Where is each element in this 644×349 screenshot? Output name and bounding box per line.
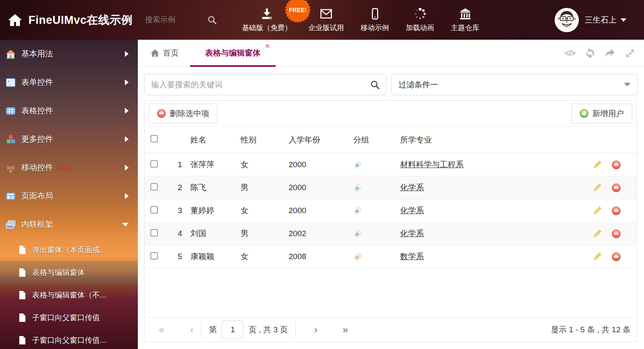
row-checkbox[interactable] — [150, 183, 158, 191]
filter-dropdown[interactable]: 过滤条件一 — [391, 74, 638, 95]
sidebar-subitem-grid-edit-window-2[interactable]: 表格与编辑窗体（不... — [0, 284, 138, 306]
row-number: 2 — [161, 183, 182, 192]
page-number-input[interactable] — [222, 321, 243, 339]
table-row: 2 陈飞 男 2000 化学系 — [145, 176, 636, 199]
source-code-icon[interactable]: </> — [564, 48, 576, 59]
sidebar-subitem-grid-edit-window[interactable]: 表格与编辑窗体 — [0, 261, 138, 284]
next-page-button[interactable]: › — [314, 325, 317, 335]
row-checkbox[interactable] — [150, 160, 158, 168]
home-icon — [150, 48, 160, 58]
file-icon — [18, 268, 26, 277]
nav-enterprise-trial[interactable]: 企业版试用 — [309, 8, 344, 33]
edit-icon[interactable] — [592, 183, 602, 193]
delete-icon[interactable] — [612, 183, 621, 192]
home-icon[interactable] — [8, 13, 23, 28]
row-checkbox[interactable] — [150, 252, 158, 260]
avatar[interactable] — [555, 8, 579, 32]
app-title: FineUIMvc在线示例 — [28, 13, 133, 28]
last-page-button[interactable]: » — [342, 325, 348, 335]
delete-icon[interactable] — [612, 160, 621, 169]
header-search-icon[interactable] — [207, 15, 217, 25]
sidebar-subitem-popup-window[interactable]: 弹出窗体（本页面或... — [0, 239, 138, 261]
cell-gender: 男 — [241, 182, 289, 193]
cell-year: 2008 — [289, 252, 353, 261]
sidebar-item-basic-usage[interactable]: 基本用法 — [0, 40, 138, 68]
tag-icon — [353, 229, 362, 238]
major-link[interactable]: 材料科学与工程系 — [400, 160, 464, 169]
nav-mobile-demo[interactable]: 移动示例 — [361, 8, 389, 33]
sidebar-item-more-controls[interactable]: 更多控件 — [0, 125, 138, 153]
mobile-icon — [369, 8, 381, 20]
nav-basic-edition[interactable]: 基础版（免费） — [242, 8, 292, 33]
delete-selected-button[interactable]: 删除选中项 — [149, 104, 218, 124]
row-checkbox[interactable] — [150, 229, 158, 237]
sidebar-item-mobile-controls[interactable]: 移动控件 Corp. — [0, 153, 138, 182]
sidebar-subitem-child-to-parent[interactable]: 子窗口向父窗口传值 — [0, 306, 138, 329]
refresh-icon[interactable] — [584, 48, 596, 59]
major-link[interactable]: 化学系 — [400, 183, 424, 192]
expand-icon[interactable] — [624, 48, 636, 59]
prev-page-button[interactable]: ‹ — [190, 325, 193, 335]
keyword-search-input[interactable] — [145, 80, 370, 89]
cell-name: 刘国 — [182, 228, 241, 239]
delete-icon[interactable] — [612, 252, 621, 261]
cell-year: 2000 — [289, 206, 353, 215]
nav-theme-repo[interactable]: 主题仓库 — [451, 8, 479, 33]
add-user-button[interactable]: 新增用户 — [571, 104, 632, 124]
search-icon[interactable] — [370, 80, 380, 90]
major-link[interactable]: 化学系 — [400, 229, 424, 238]
layout-icon — [5, 191, 16, 201]
header-nav: 基础版（免费） 企业版试用 移动示例 — [242, 8, 479, 33]
cell-name: 张萍萍 — [182, 159, 241, 170]
nav-loading-animation[interactable]: 加载动画 — [406, 8, 434, 33]
tag-icon — [353, 252, 362, 261]
sidebar-item-page-layout[interactable]: 页面布局 — [0, 182, 138, 210]
tab-bar: 首页 表格与编辑窗体 × </> — [138, 40, 644, 67]
divider — [295, 322, 296, 338]
tab-toolbar: </> — [564, 40, 636, 66]
record-count-summary: 显示 1 - 5 条 , 共 12 条 — [551, 324, 631, 335]
edit-icon[interactable] — [592, 252, 602, 262]
select-all-checkbox[interactable] — [150, 135, 158, 143]
download-icon — [261, 8, 273, 20]
file-icon — [18, 313, 26, 322]
chevron-right-icon — [125, 165, 129, 171]
edit-icon[interactable] — [592, 160, 602, 170]
form-icon — [5, 77, 16, 88]
edit-icon[interactable] — [592, 206, 602, 216]
sidebar-item-label: 基本用法 — [21, 48, 53, 59]
header-search-input[interactable] — [145, 15, 204, 24]
sidebar-item-grid-controls[interactable]: 表格控件 — [0, 97, 138, 125]
free-badge-label: FREE! — [285, 0, 310, 23]
user-menu[interactable]: 三生石上 — [585, 15, 626, 25]
sidebar-item-label: 移动控件 — [21, 162, 53, 173]
edit-icon[interactable] — [592, 229, 602, 239]
table-header-row: 姓名 性别 入学年份 分组 所学专业 — [145, 127, 636, 153]
sidebar-item-label: 页面布局 — [21, 191, 53, 201]
table-row: 4 刘国 男 2002 化学系 — [145, 222, 636, 245]
sidebar-item-form-controls[interactable]: 表单控件 — [0, 68, 138, 97]
tab-home[interactable]: 首页 — [150, 40, 179, 66]
cell-name: 陈飞 — [182, 182, 241, 193]
row-checkbox[interactable] — [150, 206, 158, 214]
chevron-right-icon — [125, 193, 129, 199]
sidebar-subitem-child-to-parent-2[interactable]: 子窗口向父窗口传值... — [0, 329, 138, 349]
delete-icon[interactable] — [612, 206, 621, 215]
sidebar-subitem-label: 子窗口向父窗口传值 — [32, 313, 100, 323]
file-icon — [18, 290, 26, 300]
major-link[interactable]: 数学系 — [400, 252, 424, 261]
avatar-face-icon — [555, 8, 579, 32]
delete-icon[interactable] — [612, 229, 621, 238]
username: 三生石上 — [585, 15, 616, 25]
first-page-button[interactable]: « — [159, 325, 164, 335]
spinner-icon — [414, 8, 426, 20]
page-prefix-label: 第 — [209, 324, 217, 335]
row-number: 5 — [161, 252, 182, 261]
cell-gender: 女 — [241, 159, 289, 170]
major-link[interactable]: 化学系 — [400, 206, 424, 215]
row-number: 3 — [161, 206, 182, 215]
share-icon[interactable] — [604, 48, 616, 59]
sidebar-item-iframe[interactable]: 内联框架 — [0, 210, 138, 239]
close-icon[interactable]: × — [265, 42, 270, 50]
tab-grid-edit-window[interactable]: 表格与编辑窗体 × — [190, 40, 276, 66]
